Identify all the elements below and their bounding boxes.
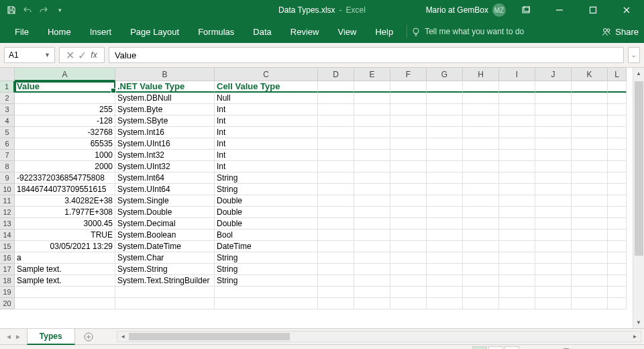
cell[interactable] xyxy=(499,138,535,150)
cell[interactable] xyxy=(535,104,572,115)
cell[interactable] xyxy=(463,93,499,104)
cell[interactable] xyxy=(427,184,463,195)
tab-view[interactable]: View xyxy=(328,20,366,43)
cell[interactable] xyxy=(535,264,572,275)
zoom-in-button[interactable]: + xyxy=(606,347,612,350)
cell[interactable]: Value xyxy=(15,81,115,93)
cell[interactable] xyxy=(535,127,572,138)
cell[interactable]: DateTime xyxy=(215,241,318,252)
row-header-2[interactable]: 2 xyxy=(0,93,15,104)
cell[interactable]: System.UInt16 xyxy=(115,138,215,150)
tab-insert[interactable]: Insert xyxy=(80,20,121,43)
cell[interactable]: 1.7977E+308 xyxy=(15,207,115,218)
cell[interactable] xyxy=(572,275,608,287)
cell[interactable] xyxy=(390,81,427,93)
row-header-19[interactable]: 19 xyxy=(0,287,15,298)
maximize-button[interactable] xyxy=(580,0,606,20)
cell[interactable] xyxy=(499,218,535,230)
cell[interactable] xyxy=(463,184,499,195)
cell[interactable] xyxy=(535,172,572,184)
cell[interactable] xyxy=(115,298,215,309)
column-header-l[interactable]: L xyxy=(608,68,627,81)
cell[interactable] xyxy=(499,195,535,207)
cell[interactable] xyxy=(354,230,390,241)
cell[interactable] xyxy=(427,115,463,127)
cell[interactable] xyxy=(572,115,608,127)
row-header-10[interactable]: 10 xyxy=(0,184,15,195)
cell[interactable] xyxy=(535,93,572,104)
close-button[interactable] xyxy=(613,0,640,20)
cell[interactable] xyxy=(499,207,535,218)
cell[interactable] xyxy=(390,184,427,195)
cancel-icon[interactable]: ✕ xyxy=(65,50,74,60)
cell[interactable]: 65535 xyxy=(15,138,115,150)
cell[interactable] xyxy=(354,275,390,287)
cell[interactable]: System.Single xyxy=(115,195,215,207)
cell[interactable] xyxy=(427,104,463,115)
cell[interactable] xyxy=(499,298,535,309)
cell[interactable] xyxy=(463,230,499,241)
cell[interactable]: Cell Value Type xyxy=(215,81,318,93)
cell[interactable] xyxy=(390,93,427,104)
cell[interactable] xyxy=(463,241,499,252)
cell[interactable] xyxy=(427,138,463,150)
cell[interactable]: System.String xyxy=(115,264,215,275)
cell[interactable]: 18446744073709551615 xyxy=(15,184,115,195)
cell[interactable]: System.Byte xyxy=(115,104,215,115)
scroll-down-icon[interactable]: ▼ xyxy=(633,317,644,328)
cell[interactable] xyxy=(354,93,390,104)
cell[interactable] xyxy=(427,218,463,230)
worksheet-grid[interactable]: ABCDEFGHIJKL 123456789101112131415161718… xyxy=(0,68,644,328)
cell[interactable] xyxy=(499,172,535,184)
cell[interactable]: -32768 xyxy=(15,127,115,138)
cell[interactable]: Int xyxy=(215,138,318,150)
cell[interactable] xyxy=(499,184,535,195)
column-header-a[interactable]: A xyxy=(15,68,115,81)
cell[interactable]: Sample text. xyxy=(15,275,115,287)
row-header-4[interactable]: 4 xyxy=(0,115,15,127)
cell[interactable] xyxy=(608,218,627,230)
cell[interactable] xyxy=(608,172,627,184)
cell[interactable] xyxy=(463,195,499,207)
cell[interactable] xyxy=(572,138,608,150)
cell[interactable] xyxy=(354,104,390,115)
cell[interactable] xyxy=(463,115,499,127)
formula-bar-expand-button[interactable]: ⌄ xyxy=(628,47,640,63)
cell[interactable] xyxy=(390,138,427,150)
cell[interactable] xyxy=(499,275,535,287)
cell[interactable] xyxy=(572,93,608,104)
cell[interactable] xyxy=(572,172,608,184)
cell[interactable] xyxy=(499,252,535,264)
cell[interactable] xyxy=(390,161,427,172)
cell[interactable] xyxy=(535,115,572,127)
cell[interactable]: Null xyxy=(215,93,318,104)
cell[interactable] xyxy=(463,81,499,93)
column-header-j[interactable]: J xyxy=(535,68,572,81)
cell[interactable] xyxy=(390,241,427,252)
cell[interactable] xyxy=(463,207,499,218)
user-account[interactable]: Mario at GemBox MZ xyxy=(426,3,506,17)
cell[interactable]: -128 xyxy=(15,115,115,127)
cell[interactable] xyxy=(354,207,390,218)
cell[interactable] xyxy=(572,195,608,207)
cell[interactable]: String xyxy=(215,264,318,275)
cell[interactable] xyxy=(608,81,627,93)
ribbon-display-options-button[interactable] xyxy=(513,0,539,20)
row-header-11[interactable]: 11 xyxy=(0,195,15,207)
cell[interactable] xyxy=(354,241,390,252)
column-header-d[interactable]: D xyxy=(318,68,354,81)
cell[interactable] xyxy=(499,241,535,252)
cell[interactable] xyxy=(427,298,463,309)
cell[interactable] xyxy=(215,298,318,309)
cell[interactable] xyxy=(608,230,627,241)
cell[interactable]: System.Decimal xyxy=(115,218,215,230)
name-box[interactable]: A1 ▼ xyxy=(4,47,55,63)
cell[interactable]: 2000 xyxy=(15,161,115,172)
cell[interactable] xyxy=(318,207,354,218)
vertical-scrollbar[interactable]: ▲ ▼ xyxy=(633,68,644,328)
cell[interactable] xyxy=(427,127,463,138)
tab-data[interactable]: Data xyxy=(244,20,280,43)
cell[interactable] xyxy=(390,104,427,115)
cell[interactable] xyxy=(499,104,535,115)
column-header-f[interactable]: F xyxy=(390,68,427,81)
